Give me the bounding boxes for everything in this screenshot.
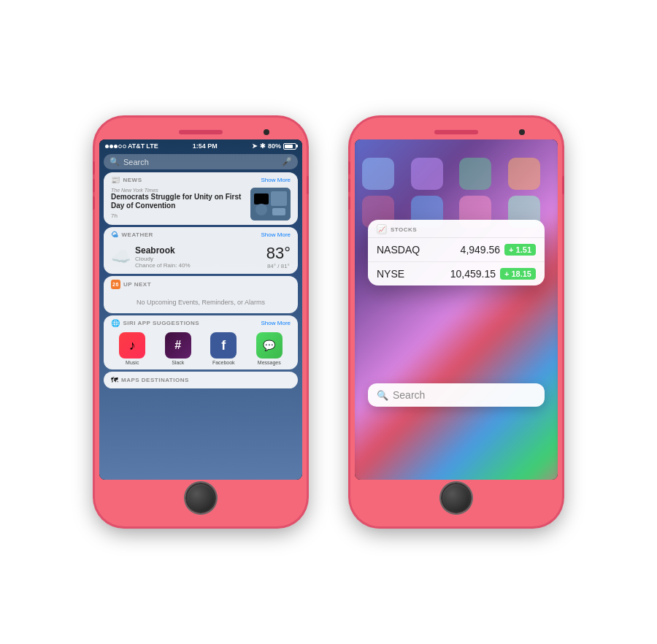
music-app-icon: ♪ — [119, 332, 145, 359]
battery-indicator — [283, 143, 296, 150]
power-button-2 — [562, 176, 564, 194]
app-grid-icon — [362, 158, 394, 190]
weather-temperature: 83° — [266, 244, 291, 263]
time-label: 1:54 PM — [193, 142, 218, 150]
maps-section-title: MAPS DESTINATIONS — [121, 377, 189, 383]
news-source: The New York Times — [111, 188, 245, 193]
siri-icon: 🌐 — [111, 319, 120, 327]
weather-city: Seabrook — [135, 245, 191, 256]
volume-buttons — [93, 161, 95, 214]
earpiece — [179, 130, 223, 134]
app-grid-icon — [459, 158, 491, 190]
siri-section-title: SIRI APP SUGGESTIONS — [123, 320, 200, 326]
facebook-app-icon: f — [210, 332, 237, 359]
carrier-label: AT&T — [128, 142, 145, 150]
music-app-label: Music — [126, 360, 139, 365]
phone2-screen: 📈 STOCKS NASDAQ 4,949.56 + 1.51 NYSE 10,… — [355, 139, 558, 480]
facebook-app-label: Facebook — [212, 360, 235, 365]
svg-point-3 — [256, 204, 267, 215]
stocks-widget: 📈 STOCKS NASDAQ 4,949.56 + 1.51 NYSE 10,… — [368, 220, 545, 285]
front-camera — [264, 129, 269, 135]
upnext-section-title: UP NEXT — [123, 281, 151, 288]
power-button — [307, 176, 309, 194]
stock-name-nyse: NYSE — [377, 268, 404, 280]
phone2-top-bar — [355, 125, 558, 139]
siri-show-more[interactable]: Show More — [261, 320, 291, 326]
maps-app-icon: 🗺 — [111, 376, 118, 384]
status-bar: AT&T LTE 1:54 PM ➤ ✱ 80% — [99, 139, 302, 153]
svg-rect-1 — [254, 193, 269, 204]
slack-app-icon: # — [165, 332, 191, 359]
siri-suggestions-widget: 🌐 SIRI APP SUGGESTIONS Show More ♪ Music… — [104, 315, 298, 369]
phone-top-bar — [99, 125, 302, 139]
list-item[interactable]: f Facebook — [210, 332, 237, 365]
news-show-more[interactable]: Show More — [261, 177, 291, 183]
search-icon: 🔍 — [110, 157, 120, 166]
front-camera-2 — [519, 129, 525, 135]
stock-name-nasdaq: NASDAQ — [377, 244, 420, 256]
messages-app-icon: 💬 — [256, 332, 283, 359]
home-button-2[interactable] — [441, 483, 472, 513]
phone-2: 📈 STOCKS NASDAQ 4,949.56 + 1.51 NYSE 10,… — [350, 118, 562, 526]
battery-percent: 80% — [268, 142, 281, 150]
messages-app-label: Messages — [258, 360, 281, 365]
svg-rect-2 — [271, 191, 287, 206]
spotlight-search-bar[interactable]: 🔍 Search 🎤 — [104, 154, 298, 169]
bluetooth-icon: ✱ — [260, 142, 266, 150]
upnext-empty-message: No Upcoming Events, Reminders, or Alarms — [137, 299, 265, 306]
news-time: 7h — [111, 212, 245, 219]
weather-app-icon: 🌤 — [111, 231, 119, 239]
maps-widget: 🗺 MAPS DESTINATIONS — [104, 372, 298, 388]
phone-bottom — [185, 480, 216, 516]
calendar-icon: 26 — [111, 280, 120, 289]
stock-price-nasdaq: 4,949.56 — [461, 244, 501, 256]
stock-row-nasdaq: NASDAQ 4,949.56 + 1.51 — [368, 238, 545, 262]
home-button[interactable] — [185, 483, 216, 513]
network-label: LTE — [146, 142, 158, 150]
news-app-icon: 📰 — [111, 176, 120, 184]
stock-row-nyse: NYSE 10,459.15 + 18.15 — [368, 262, 545, 285]
search-popup[interactable]: 🔍 Search — [368, 383, 545, 407]
cloud-icon: ☁️ — [111, 248, 131, 267]
svg-rect-4 — [272, 208, 285, 215]
upnext-widget: 26 UP NEXT No Upcoming Events, Reminders… — [104, 276, 298, 313]
list-item[interactable]: ♪ Music — [119, 332, 145, 365]
stock-change-nyse: + 18.15 — [500, 268, 536, 280]
news-headline: Democrats Struggle for Unity on First Da… — [111, 193, 245, 210]
stocks-app-icon: 📈 — [377, 224, 387, 234]
news-section-title: NEWS — [123, 177, 142, 183]
volume-buttons-2 — [348, 161, 350, 214]
news-thumbnail — [250, 188, 291, 221]
news-widget: 📰 NEWS Show More The New York Times Demo… — [104, 172, 298, 225]
weather-rain-chance: Chance of Rain: 40% — [135, 262, 191, 269]
location-icon: ➤ — [252, 142, 258, 150]
weather-show-more[interactable]: Show More — [261, 231, 291, 238]
stocks-section-title: STOCKS — [391, 226, 417, 233]
weather-section-title: WEATHER — [122, 231, 153, 238]
weather-widget: 🌤 WEATHER Show More ☁️ Seabrook Cloudy C… — [104, 227, 298, 274]
search-icon-2: 🔍 — [377, 390, 388, 401]
microphone-icon: 🎤 — [282, 157, 292, 166]
weather-condition: Cloudy — [135, 256, 191, 262]
slack-app-label: Slack — [172, 360, 184, 365]
search-placeholder-2: Search — [393, 389, 425, 401]
weather-range: 84° / 81° — [266, 263, 291, 269]
stock-change-nasdaq: + 1.51 — [504, 244, 536, 256]
list-item[interactable]: # Slack — [165, 332, 191, 365]
list-item[interactable]: 💬 Messages — [256, 332, 283, 365]
search-placeholder: Search — [123, 158, 278, 166]
earpiece-2 — [434, 130, 478, 134]
app-grid-icon — [508, 158, 540, 190]
phone1-screen: AT&T LTE 1:54 PM ➤ ✱ 80% 🔍 Search 🎤 — [99, 139, 302, 480]
app-grid-icon — [411, 158, 443, 190]
phone2-bottom — [441, 480, 472, 516]
phone-1: AT&T LTE 1:54 PM ➤ ✱ 80% 🔍 Search 🎤 — [95, 118, 307, 526]
stock-price-nyse: 10,459.15 — [450, 268, 496, 280]
